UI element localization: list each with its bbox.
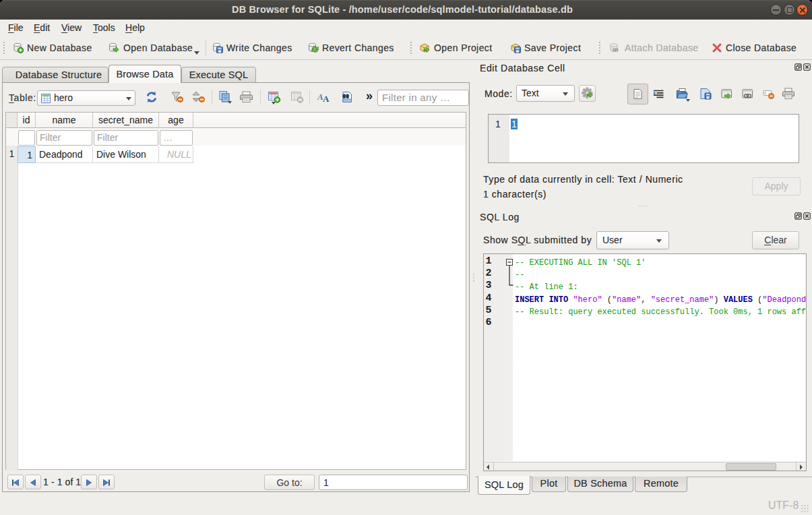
svg-text:A: A: [323, 94, 330, 103]
